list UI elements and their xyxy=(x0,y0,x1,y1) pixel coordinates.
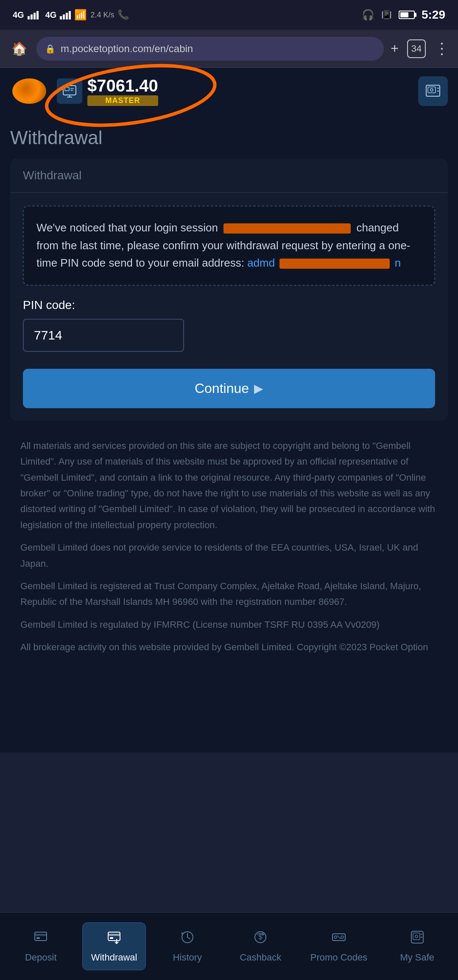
home-button[interactable]: 🏠 xyxy=(8,38,30,59)
headphone-icon: 🎧 xyxy=(362,9,374,21)
deposit-icon xyxy=(33,930,48,949)
card-header-title: Withdrawal xyxy=(23,169,81,182)
svg-rect-9 xyxy=(428,87,436,93)
status-bar: 4G 4G 📶 2.4 K/s 📞 🎧 📳 5:29 xyxy=(0,0,458,30)
svg-rect-19 xyxy=(110,937,113,939)
logo-circle xyxy=(12,78,46,104)
history-icon xyxy=(180,930,195,949)
page-title: Withdrawal xyxy=(10,127,448,148)
battery-indicator xyxy=(399,11,415,19)
call-icon: 📞 xyxy=(117,9,129,20)
deposit-label: Deposit xyxy=(25,952,57,963)
withdrawal-icon xyxy=(106,930,122,949)
url-text: m.pocketoption.com/en/cabin xyxy=(61,43,193,55)
status-left: 4G 4G 📶 2.4 K/s 📞 xyxy=(13,9,129,21)
app-header: $7061.40 MASTER xyxy=(0,68,458,114)
balance-amount: $7061.40 xyxy=(87,76,158,95)
nav-item-my-safe[interactable]: My Safe xyxy=(385,923,449,970)
screen-icon xyxy=(62,84,77,99)
network-indicator-1: 4G xyxy=(13,10,24,20)
pin-label: PIN code: xyxy=(23,298,435,312)
svg-rect-15 xyxy=(35,934,47,936)
svg-rect-17 xyxy=(108,932,120,941)
nav-item-cashback[interactable]: $ Cashback xyxy=(229,923,292,970)
wifi-icon: 📶 xyxy=(74,9,87,21)
nav-item-deposit[interactable]: Deposit xyxy=(9,923,73,970)
card-body: We've noticed that your login session ch… xyxy=(10,193,448,421)
balance-container: $7061.40 MASTER xyxy=(57,76,158,106)
promo-codes-icon xyxy=(331,930,346,949)
continue-label: Continue xyxy=(195,381,249,396)
cashback-icon: $ xyxy=(253,930,268,949)
speed-indicator: 2.4 K/s xyxy=(90,11,114,19)
notice-box: We've noticed that your login session ch… xyxy=(23,206,435,286)
nav-item-promo-codes[interactable]: Promo Codes xyxy=(302,923,376,970)
add-tab-button[interactable]: + xyxy=(391,41,399,56)
lock-icon: 🔒 xyxy=(45,44,56,54)
account-type-icon xyxy=(57,78,82,104)
svg-point-31 xyxy=(415,935,418,938)
browser-actions: + 34 ⋮ xyxy=(391,39,450,58)
redacted-session xyxy=(223,223,351,234)
withdrawal-label: Withdrawal xyxy=(91,952,137,963)
tab-count-badge[interactable]: 34 xyxy=(407,39,426,58)
svg-rect-30 xyxy=(413,933,420,940)
history-label: History xyxy=(173,952,202,963)
card-header: Withdrawal xyxy=(10,159,448,193)
notice-email-end: d xyxy=(269,256,275,269)
promo-codes-label: Promo Codes xyxy=(310,952,368,963)
account-type-label: MASTER xyxy=(87,95,158,106)
pin-input[interactable] xyxy=(23,319,184,352)
status-right: 🎧 📳 5:29 xyxy=(362,8,445,22)
svg-point-25 xyxy=(334,936,337,938)
notice-email-start: adm xyxy=(247,256,269,269)
svg-rect-16 xyxy=(36,937,40,939)
svg-rect-14 xyxy=(35,932,47,941)
header-action-button[interactable] xyxy=(418,76,448,106)
vibrate-icon: 📳 xyxy=(381,10,392,20)
my-safe-label: My Safe xyxy=(400,952,434,963)
clock: 5:29 xyxy=(422,8,445,22)
signal-bars-2 xyxy=(60,10,71,19)
svg-rect-18 xyxy=(108,934,120,936)
my-safe-icon xyxy=(410,930,425,949)
logo-area xyxy=(10,76,48,106)
notice-text-1: We've noticed that your login session xyxy=(36,221,218,234)
cashback-label: Cashback xyxy=(240,952,281,963)
balance-info: $7061.40 MASTER xyxy=(87,76,158,106)
svg-point-10 xyxy=(430,89,433,91)
continue-arrow-icon: ▶ xyxy=(254,381,263,395)
vault-icon xyxy=(424,83,441,100)
browser-menu-button[interactable]: ⋮ xyxy=(434,40,450,58)
nav-item-history[interactable]: History xyxy=(156,923,219,970)
nav-item-withdrawal[interactable]: Withdrawal xyxy=(82,922,146,970)
bottom-nav: Deposit Withdrawal History xyxy=(0,912,458,980)
svg-point-26 xyxy=(341,936,344,938)
network-indicator-2: 4G xyxy=(45,10,57,20)
footer-legal-text: All materials and services provided on t… xyxy=(10,421,448,668)
redacted-email xyxy=(279,259,390,269)
main-content: Withdrawal Withdrawal We've noticed that… xyxy=(0,114,458,752)
svg-rect-5 xyxy=(65,87,69,91)
browser-bar: 🏠 🔒 m.pocketoption.com/en/cabin + 34 ⋮ xyxy=(0,30,458,68)
url-bar[interactable]: 🔒 m.pocketoption.com/en/cabin xyxy=(36,37,384,61)
withdrawal-card: Withdrawal We've noticed that your login… xyxy=(10,159,448,421)
svg-text:$: $ xyxy=(259,933,263,941)
signal-bars-1 xyxy=(28,10,39,19)
continue-button[interactable]: Continue ▶ xyxy=(23,369,435,408)
notice-email-domain: n xyxy=(395,256,401,269)
